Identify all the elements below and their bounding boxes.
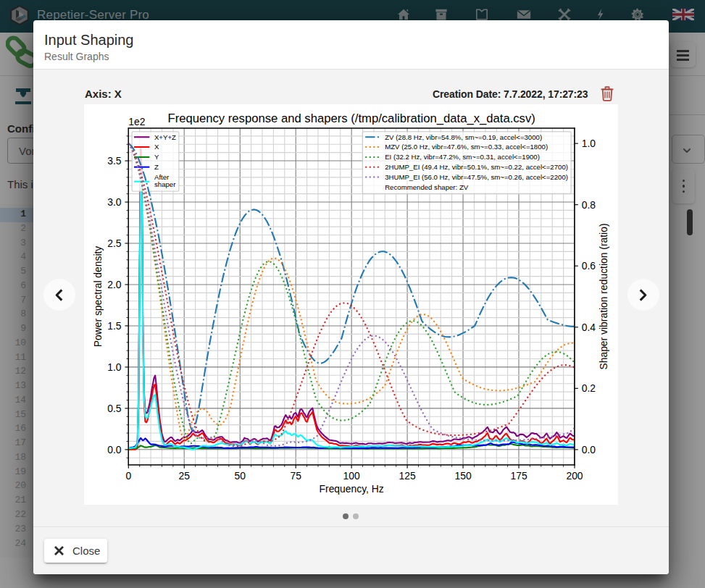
svg-text:shaper: shaper bbox=[154, 180, 176, 188]
svg-text:0.4: 0.4 bbox=[582, 322, 596, 333]
svg-text:EI (32.2 Hz, vibr=47.2%, sm~=0: EI (32.2 Hz, vibr=47.2%, sm~=0.31, accel… bbox=[385, 153, 540, 161]
svg-text:2.0: 2.0 bbox=[107, 279, 122, 290]
svg-text:Power spectral density: Power spectral density bbox=[92, 246, 104, 348]
svg-text:1.5: 1.5 bbox=[107, 320, 122, 332]
svg-text:0.6: 0.6 bbox=[582, 260, 596, 272]
svg-text:1e2: 1e2 bbox=[128, 116, 145, 127]
svg-text:0.0: 0.0 bbox=[582, 444, 596, 455]
svg-text:X: X bbox=[154, 143, 159, 151]
svg-text:3.5: 3.5 bbox=[107, 155, 122, 167]
svg-text:After: After bbox=[154, 173, 170, 181]
svg-text:25: 25 bbox=[179, 470, 191, 482]
svg-text:0.2: 0.2 bbox=[582, 382, 596, 394]
svg-text:0.5: 0.5 bbox=[107, 403, 122, 414]
svg-text:2.5: 2.5 bbox=[107, 238, 122, 249]
svg-text:Recommended shaper: ZV: Recommended shaper: ZV bbox=[385, 183, 469, 191]
svg-text:ZV (28.8 Hz, vibr=54.8%, sm~=0: ZV (28.8 Hz, vibr=54.8%, sm~=0.19, accel… bbox=[385, 133, 542, 141]
svg-text:1.0: 1.0 bbox=[107, 361, 122, 373]
svg-text:MZV (25.0 Hz, vibr=47.6%, sm~=: MZV (25.0 Hz, vibr=47.6%, sm~=0.33, acce… bbox=[385, 143, 548, 151]
svg-text:3HUMP_EI (56.0 Hz, vibr=47.5%,: 3HUMP_EI (56.0 Hz, vibr=47.5%, sm~=0.26,… bbox=[385, 173, 568, 181]
svg-text:Shaper vibration reduction (ra: Shaper vibration reduction (ratio) bbox=[598, 223, 609, 369]
svg-text:0.8: 0.8 bbox=[582, 199, 596, 211]
svg-text:175: 175 bbox=[510, 470, 527, 482]
svg-text:150: 150 bbox=[454, 470, 471, 482]
svg-text:X+Y+Z: X+Y+Z bbox=[154, 133, 176, 141]
svg-text:200: 200 bbox=[566, 470, 583, 482]
svg-text:0.0: 0.0 bbox=[107, 444, 122, 455]
svg-text:75: 75 bbox=[290, 470, 301, 482]
svg-text:50: 50 bbox=[235, 470, 246, 482]
svg-text:Z: Z bbox=[154, 163, 159, 171]
svg-text:0: 0 bbox=[125, 470, 131, 482]
svg-text:1.0: 1.0 bbox=[582, 138, 596, 149]
svg-text:100: 100 bbox=[343, 470, 360, 482]
svg-text:2HUMP_EI (49.4 Hz, vibr=50.1%,: 2HUMP_EI (49.4 Hz, vibr=50.1%, sm~=0.22,… bbox=[385, 163, 568, 171]
svg-text:Frequency response and shapers: Frequency response and shapers (/tmp/cal… bbox=[167, 112, 535, 125]
svg-text:Y: Y bbox=[154, 153, 159, 161]
svg-text:3.0: 3.0 bbox=[107, 196, 122, 208]
svg-text:125: 125 bbox=[399, 470, 416, 482]
svg-text:Frequency, Hz: Frequency, Hz bbox=[320, 483, 384, 495]
